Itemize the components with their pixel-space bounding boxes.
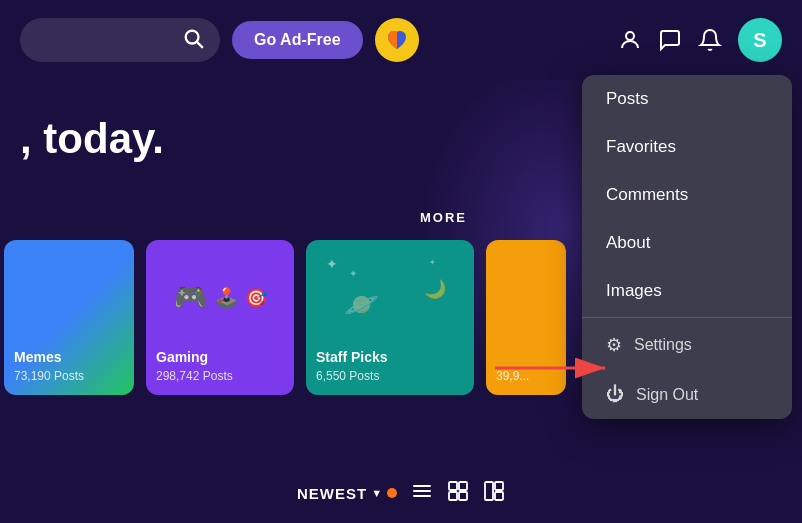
card-staffpicks-label: Staff Picks <box>316 349 388 365</box>
svg-rect-7 <box>459 482 467 490</box>
svg-rect-9 <box>459 492 467 500</box>
go-ad-free-button[interactable]: Go Ad-Free <box>232 21 363 59</box>
svg-rect-6 <box>449 482 457 490</box>
card-gaming[interactable]: 🎮 🕹️ 🎯 Gaming 298,742 Posts <box>146 240 294 395</box>
cards-row: Memes 73,190 Posts 🎮 🕹️ 🎯 Gaming 298,742… <box>0 240 566 395</box>
staffpicks-decoration: ✦ ✦ 🌙 🪐 ✦ <box>314 248 466 345</box>
newest-sort-button[interactable]: NEWEST ▼ <box>297 485 397 502</box>
menu-item-favorites[interactable]: Favorites <box>582 123 792 171</box>
bell-icon[interactable] <box>698 28 722 52</box>
card-staffpicks-posts: 6,550 Posts <box>316 369 379 383</box>
menu-divider <box>582 317 792 318</box>
chat-icon[interactable] <box>658 28 682 52</box>
svg-rect-12 <box>495 492 503 500</box>
svg-line-1 <box>198 42 203 47</box>
header-icons: S <box>618 18 782 62</box>
card-gaming-posts: 298,742 Posts <box>156 369 233 383</box>
filter-lines-icon[interactable] <box>411 482 433 505</box>
svg-point-2 <box>626 32 634 40</box>
grid-view-icon[interactable] <box>447 480 469 507</box>
card-memes-posts: 73,190 Posts <box>14 369 84 383</box>
gaming-decoration: 🎮 🕹️ 🎯 <box>156 250 284 345</box>
search-bar[interactable] <box>20 18 220 62</box>
card-memes-label: Memes <box>14 349 61 365</box>
more-label: MORE <box>420 210 467 225</box>
header: Go Ad-Free S <box>0 0 802 80</box>
signout-power-icon: ⏻ <box>606 384 624 405</box>
bottom-bar: NEWEST ▼ <box>0 463 802 523</box>
user-avatar[interactable]: S <box>738 18 782 62</box>
menu-item-comments[interactable]: Comments <box>582 171 792 219</box>
hero-text: , today. <box>20 115 164 163</box>
svg-rect-11 <box>495 482 503 490</box>
menu-item-images[interactable]: Images <box>582 267 792 315</box>
settings-gear-icon: ⚙ <box>606 334 622 356</box>
card-fourth[interactable]: 39,9... <box>486 240 566 395</box>
card-memes[interactable]: Memes 73,190 Posts <box>4 240 134 395</box>
svg-point-0 <box>186 30 199 43</box>
active-dot <box>387 488 397 498</box>
menu-item-settings[interactable]: ⚙ Settings <box>582 320 792 370</box>
svg-rect-10 <box>485 482 493 500</box>
card-gaming-label: Gaming <box>156 349 208 365</box>
profile-ring-icon[interactable] <box>618 28 642 52</box>
menu-item-about[interactable]: About <box>582 219 792 267</box>
search-icon <box>182 27 204 54</box>
card-fourth-posts: 39,9... <box>496 369 529 383</box>
svg-rect-8 <box>449 492 457 500</box>
card-staffpicks[interactable]: ✦ ✦ 🌙 🪐 ✦ Staff Picks 6,550 Posts <box>306 240 474 395</box>
user-dropdown-menu: Posts Favorites Comments About Images ⚙ … <box>582 75 792 419</box>
menu-item-signout[interactable]: ⏻ Sign Out <box>582 370 792 419</box>
menu-item-posts[interactable]: Posts <box>582 75 792 123</box>
heart-badge-icon[interactable] <box>375 18 419 62</box>
list-view-icon[interactable] <box>483 480 505 507</box>
dropdown-chevron-icon: ▼ <box>371 487 383 499</box>
